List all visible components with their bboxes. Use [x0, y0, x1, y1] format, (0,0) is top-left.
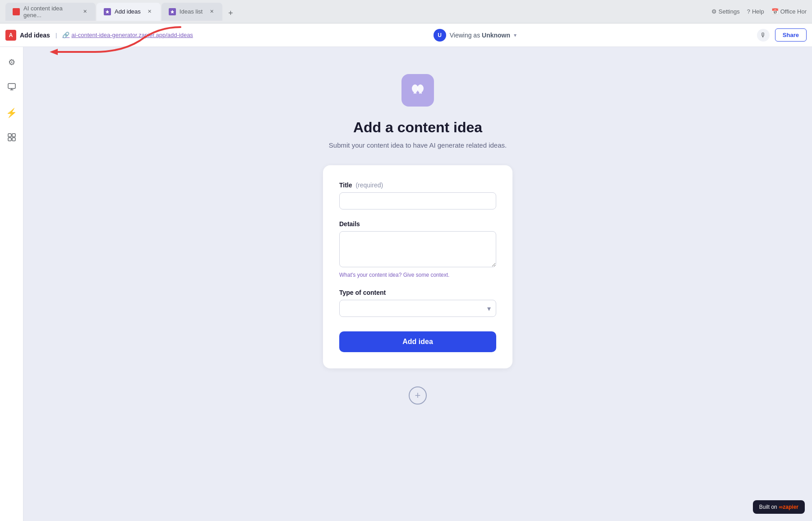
- office-label: Office Hor: [780, 8, 807, 15]
- browser-tab-1[interactable]: AI content idea gene... ✕: [5, 3, 96, 21]
- settings-label: Settings: [719, 8, 740, 15]
- microphone-icon[interactable]: 🎙: [757, 29, 770, 42]
- zapier-prefix: Built on: [759, 504, 777, 510]
- details-hint: What's your content idea? Give some cont…: [339, 272, 496, 278]
- plus-icon: +: [415, 390, 421, 401]
- viewing-as-selector[interactable]: U Viewing as Unknown ▾: [434, 29, 517, 42]
- title-label: Title (required): [339, 181, 496, 189]
- tab-label-1: AI content idea gene...: [23, 5, 77, 19]
- settings-icon: ⚙: [711, 8, 717, 15]
- help-icon: ?: [747, 8, 750, 15]
- new-tab-button[interactable]: +: [223, 6, 238, 21]
- type-select[interactable]: Blog post Video Podcast Social media pos…: [339, 300, 496, 317]
- share-button[interactable]: Share: [775, 28, 807, 42]
- browser-actions: ⚙ Settings ? Help 📅 Office Hor: [711, 8, 807, 15]
- tab-favicon-2: [104, 8, 111, 15]
- url-text: ai-content-idea-generator.zapier.app/add…: [71, 32, 193, 38]
- chevron-down-icon: ▾: [514, 32, 517, 38]
- toolbar-right: 🎙 Share: [757, 28, 807, 42]
- type-select-wrapper: Blog post Video Podcast Social media pos…: [339, 300, 496, 317]
- app-layout: ⚙ ⚡: [0, 47, 812, 521]
- submit-button[interactable]: Add idea: [339, 331, 496, 352]
- tab-close-3[interactable]: ✕: [208, 8, 215, 15]
- lightning-icon: ⚡: [6, 107, 17, 118]
- toolbar-center: U Viewing as Unknown ▾: [197, 29, 753, 42]
- tab-close-2[interactable]: ✕: [146, 8, 153, 15]
- app-title: Add ideas: [20, 32, 50, 39]
- sidebar-item-display[interactable]: [4, 79, 20, 96]
- sidebar-item-components[interactable]: [4, 130, 20, 146]
- svg-rect-5: [8, 134, 11, 137]
- svg-rect-8: [12, 138, 15, 141]
- office-action[interactable]: 📅 Office Hor: [771, 8, 807, 15]
- zapier-logo: ∞zapier: [779, 504, 798, 510]
- details-group: Details What's your content idea? Give s…: [339, 220, 496, 278]
- svg-rect-2: [8, 84, 15, 88]
- components-icon: [7, 133, 16, 144]
- tab-close-1[interactable]: ✕: [82, 8, 88, 15]
- link-icon: 🔗: [62, 32, 69, 38]
- zapier-badge: Built on ∞zapier: [753, 500, 805, 514]
- title-input[interactable]: [339, 192, 496, 209]
- page-title: Add a content idea: [353, 119, 482, 136]
- browser-chrome: AI content idea gene... ✕ Add ideas ✕ Id…: [0, 0, 812, 23]
- svg-rect-7: [8, 138, 11, 141]
- sidebar-item-settings[interactable]: ⚙: [4, 54, 20, 70]
- tab-favicon-3: [169, 8, 176, 15]
- calendar-icon: 📅: [771, 8, 779, 15]
- settings-action[interactable]: ⚙ Settings: [711, 8, 740, 15]
- svg-point-9: [412, 84, 418, 93]
- help-action[interactable]: ? Help: [747, 8, 764, 15]
- settings-icon: ⚙: [8, 57, 15, 67]
- browser-tab-2[interactable]: Add ideas ✕: [97, 3, 161, 21]
- url-link[interactable]: 🔗 ai-content-idea-generator.zapier.app/a…: [62, 32, 193, 38]
- details-label: Details: [339, 220, 496, 228]
- help-label: Help: [752, 8, 764, 15]
- sidebar: ⚙ ⚡: [0, 47, 23, 521]
- type-group: Type of content Blog post Video Podcast …: [339, 289, 496, 317]
- separator: |: [55, 32, 57, 38]
- viewing-as-text: Viewing as Unknown: [450, 32, 510, 39]
- sidebar-item-lightning[interactable]: ⚡: [4, 105, 20, 121]
- tab-favicon-1: [13, 8, 20, 15]
- title-group: Title (required): [339, 181, 496, 209]
- main-content: Add a content idea Submit your content i…: [23, 47, 812, 521]
- browser-tab-3[interactable]: Ideas list ✕: [161, 3, 222, 21]
- user-avatar: U: [434, 29, 446, 42]
- tab-label-2: Add ideas: [115, 8, 141, 15]
- display-icon: [7, 82, 16, 93]
- app-favicon: A: [5, 30, 16, 41]
- app-toolbar: A Add ideas | 🔗 ai-content-idea-generato…: [0, 23, 812, 47]
- add-section-button[interactable]: +: [409, 386, 427, 405]
- type-label: Type of content: [339, 289, 496, 296]
- tab-bar: AI content idea gene... ✕ Add ideas ✕ Id…: [5, 3, 708, 21]
- svg-rect-6: [12, 134, 15, 137]
- svg-point-13: [417, 84, 424, 93]
- form-card: Title (required) Details What's your con…: [323, 165, 512, 368]
- app-logo-icon: [401, 74, 434, 107]
- page-subtitle: Submit your content idea to have AI gene…: [329, 141, 507, 149]
- tab-label-3: Ideas list: [180, 8, 203, 15]
- title-required: (required): [355, 181, 383, 189]
- details-textarea[interactable]: [339, 231, 496, 267]
